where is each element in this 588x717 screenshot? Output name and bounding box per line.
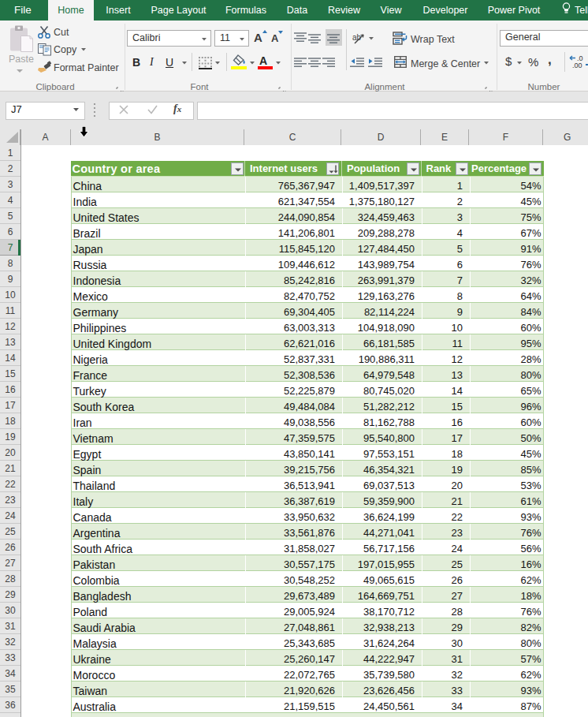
svg-text:.00: .00 xyxy=(572,62,582,69)
